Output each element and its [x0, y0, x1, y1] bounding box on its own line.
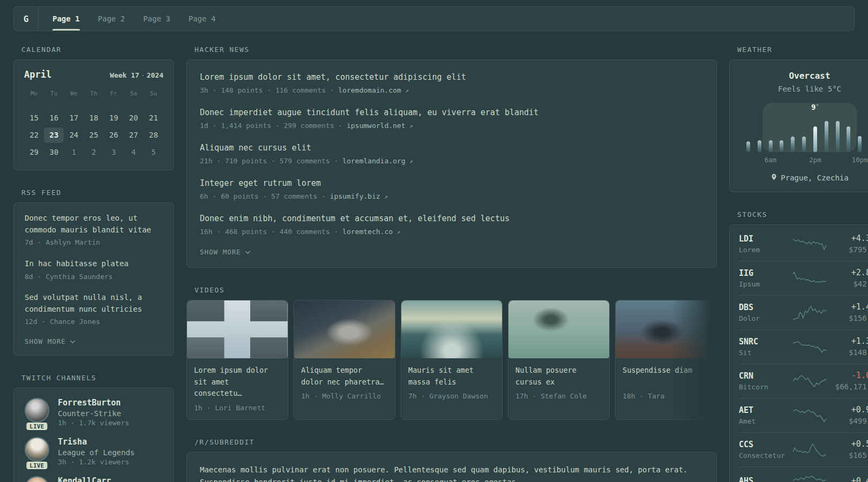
hackernews-item-title[interactable]: Lorem ipsum dolor sit amet, consectetur …	[200, 71, 704, 84]
external-link-icon: ↗	[406, 157, 413, 165]
hackernews-item-title[interactable]: Integer eget rutrum lorem	[200, 177, 704, 190]
hackernews-show-more-label: SHOW MORE	[200, 248, 241, 256]
video-title[interactable]: Suspendisse diam	[623, 365, 709, 388]
subreddit-post-title[interactable]: Maecenas mollis pulvinar erat non posuer…	[200, 464, 704, 482]
tab-page-2[interactable]: Page 2	[98, 7, 125, 31]
stock-ticker[interactable]: DBS	[739, 303, 787, 312]
twitch-channel-info: TrishaLeague of Legends3h · 1.2k viewers	[58, 437, 134, 466]
twitch-channel-name[interactable]: Trisha	[58, 437, 134, 447]
chevron-down-icon	[245, 248, 251, 256]
hackernews-item-domain[interactable]: loremlandia.org	[342, 157, 405, 165]
weather-bar-slot	[810, 111, 821, 152]
rss-item-title[interactable]: Donec tempor eros leo, ut commodo mauris…	[25, 213, 163, 236]
app-logo[interactable]: G	[14, 7, 39, 31]
video-thumbnail[interactable]	[294, 300, 395, 358]
stock-price: $165.84	[832, 451, 868, 460]
hackernews-item-title[interactable]: Donec imperdiet augue tincidunt felis al…	[200, 107, 704, 119]
weather-bar-slot	[832, 111, 843, 152]
calendar-year: 2024	[147, 71, 163, 79]
video-card[interactable]: Mauris sit amet massa felis7h · Grayson …	[401, 300, 503, 420]
calendar-day: 24	[64, 127, 84, 143]
tab-page-1[interactable]: Page 1	[53, 7, 80, 31]
stock-ticker[interactable]: CCS	[739, 440, 787, 449]
stock-change-percent: +1.42%	[832, 302, 868, 312]
hackernews-item-domain[interactable]: loremtech.co	[342, 228, 393, 236]
hackernews-item: Lorem ipsum dolor sit amet, consectetur …	[200, 71, 704, 95]
calendar-day: 27	[124, 127, 144, 143]
video-thumbnail[interactable]	[187, 300, 288, 358]
hackernews-item-meta: 16h · 468 points · 440 comments · loremt…	[200, 227, 704, 237]
stock-symbol-block: AHS	[739, 476, 787, 482]
video-card[interactable]: Lorem ipsum dolor sit amet consectetu…1h…	[186, 300, 288, 420]
subreddit-card: Maecenas mollis pulvinar erat non posuer…	[186, 452, 717, 482]
twitch-channel-name[interactable]: KendallCarr	[58, 476, 111, 482]
weather-bar-slot	[821, 111, 832, 152]
calendar-days: 1516171819202122232425262728293012345	[24, 110, 163, 160]
hackernews-item-title[interactable]: Donec enim nibh, condimentum et accumsan…	[200, 213, 704, 225]
rss-show-more-button[interactable]: SHOW MORE	[25, 337, 163, 345]
videos-list: Lorem ipsum dolor sit amet consectetu…1h…	[186, 300, 717, 420]
video-card-body: Suspendisse diam18h · Tara	[616, 358, 716, 408]
stock-sparkline	[792, 473, 827, 482]
weekday-label: Su	[144, 88, 163, 102]
calendar-week-year: Week 17·2024	[110, 71, 163, 79]
stock-sparkline	[792, 236, 827, 251]
hackernews-item-domain[interactable]: loremdomain.com	[338, 86, 401, 94]
stock-ticker[interactable]: AET	[739, 405, 787, 415]
calendar-day: 17	[64, 110, 84, 126]
rss-list: Donec tempor eros leo, ut commodo mauris…	[25, 213, 163, 327]
stock-name: Amet	[739, 417, 787, 425]
rss-item-title[interactable]: In hac habitasse platea	[25, 258, 163, 270]
hackernews-item-domain[interactable]: ipsumify.biz	[330, 192, 380, 200]
tab-page-3[interactable]: Page 3	[143, 7, 170, 31]
tab-page-4[interactable]: Page 4	[189, 7, 216, 31]
twitch-channel-name[interactable]: ForrestBurton	[58, 398, 129, 408]
stock-ticker[interactable]: IIG	[739, 268, 787, 278]
external-link-icon: ↗	[380, 193, 388, 200]
calendar-day: 28	[144, 127, 163, 143]
video-title[interactable]: Lorem ipsum dolor sit amet consectetu…	[194, 365, 281, 400]
twitch-channel-row[interactable]: LIVEForrestBurtonCounter-Strike1h · 1.7k…	[25, 398, 163, 427]
stock-sparkline	[792, 373, 827, 388]
stock-ticker[interactable]: LDI	[739, 234, 787, 244]
stock-change-percent: -1.00%	[832, 371, 868, 380]
calendar-day: 25	[84, 127, 103, 143]
video-title[interactable]: Aliquam tempor dolor nec pharetra…	[301, 365, 388, 388]
stock-ticker[interactable]: CRN	[739, 371, 787, 381]
video-thumbnail[interactable]	[508, 300, 609, 358]
rss-item-title[interactable]: Sed volutpat nulla nisl, a condimentum n…	[25, 292, 163, 315]
rss-widget: RSS FEED Donec tempor eros leo, ut commo…	[13, 189, 174, 356]
stock-sparkline	[792, 270, 827, 285]
video-card[interactable]: Suspendisse diam18h · Tara	[615, 300, 717, 420]
video-title[interactable]: Nullam posuere cursus ex	[515, 365, 602, 388]
stock-values-block: +0.51%$165.84	[832, 439, 868, 460]
hackernews-item-title[interactable]: Aliquam nec cursus elit	[200, 142, 704, 154]
video-title[interactable]: Mauris sit amet massa felis	[408, 365, 495, 388]
videos-widget: VIDEOS Lorem ipsum dolor sit amet consec…	[186, 286, 717, 420]
video-thumbnail[interactable]	[616, 300, 716, 358]
stock-change-percent: +4.35%	[832, 234, 868, 243]
avatar[interactable]	[25, 398, 49, 423]
stock-ticker[interactable]: SNRC	[739, 337, 787, 347]
stock-symbol-block: DBSDolor	[739, 303, 787, 322]
stock-price: $148.64	[832, 348, 868, 357]
stock-values-block: -1.00%$66,171.48	[832, 371, 868, 391]
video-card[interactable]: Aliquam tempor dolor nec pharetra…1h · M…	[294, 300, 395, 420]
weekday-label: Fr	[104, 88, 124, 102]
video-thumbnail[interactable]	[401, 300, 502, 358]
weekday-label: Th	[84, 88, 103, 102]
hackernews-item-domain[interactable]: ipsumworld.net	[347, 122, 406, 130]
twitch-channel-row[interactable]: LIVETrishaLeague of Legends3h · 1.2k vie…	[25, 437, 163, 466]
stock-ticker[interactable]: AHS	[739, 476, 787, 482]
avatar[interactable]	[25, 437, 49, 462]
avatar[interactable]	[25, 476, 49, 482]
hackernews-show-more-button[interactable]: SHOW MORE	[200, 248, 704, 256]
twitch-channel-row[interactable]: KendallCarr	[25, 476, 163, 482]
video-card[interactable]: Nullam posuere cursus ex17h · Stefan Col…	[508, 300, 610, 420]
weekday-label: Mo	[24, 88, 44, 102]
twitch-widget-title: TWITCH CHANNELS	[13, 374, 174, 382]
live-badge: LIVE	[26, 462, 47, 469]
calendar-day: 21	[144, 110, 163, 126]
hackernews-item-stats: 1d · 1,414 points · 299 comments ·	[200, 122, 347, 130]
external-link-icon: ↗	[401, 87, 409, 94]
